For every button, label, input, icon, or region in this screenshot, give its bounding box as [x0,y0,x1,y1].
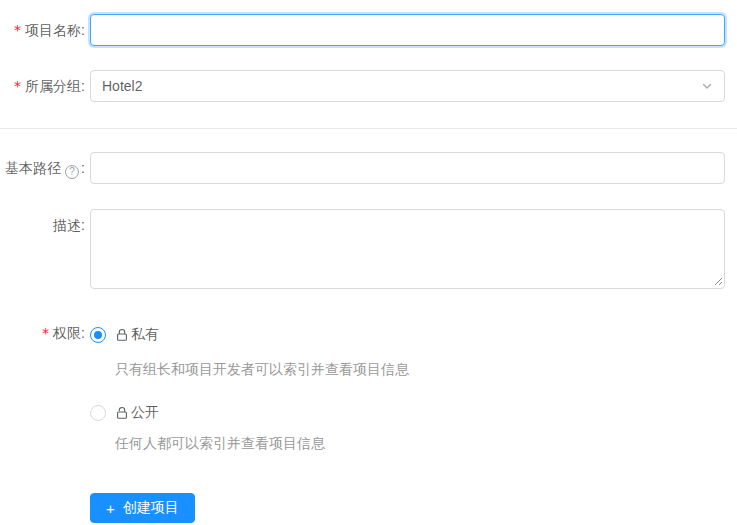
description-label: 描述: [0,209,85,235]
radio-private-text: 私有 [131,326,159,344]
required-marker: * [14,22,21,38]
create-project-button[interactable]: + 创建项目 [90,493,195,523]
required-marker: * [42,325,49,341]
radio-private-description: 只有组长和项目开发者可以索引并查看项目信息 [115,359,725,379]
group-label: *所属分组: [0,70,85,102]
description-label-text: 描述: [53,217,85,233]
project-name-label-text: 项目名称: [25,22,85,38]
form-item-group: *所属分组: Hotel2 [0,70,737,102]
form-item-project-name: *项目名称: [0,14,737,46]
base-path-input[interactable] [90,152,725,184]
radio-option-public[interactable]: 公开 [90,403,725,423]
create-project-button-label: 创建项目 [123,499,179,517]
permission-label-text: 权限: [53,325,85,341]
base-path-colon: : [81,160,85,176]
radio-private[interactable] [90,327,106,343]
base-path-label: 基本路径?: [0,152,85,184]
radio-public-description: 任何人都可以索引并查看项目信息 [115,433,725,453]
plus-icon: + [106,501,115,516]
form-item-base-path: 基本路径?: [0,152,737,184]
unlock-icon [115,406,129,420]
question-circle-icon[interactable]: ? [65,165,79,179]
group-select[interactable]: Hotel2 [90,70,725,102]
radio-private-label: 私有 [115,326,159,344]
form-item-description: 描述: [0,209,737,289]
required-marker: * [14,78,21,94]
section-divider [0,128,737,129]
radio-public-label: 公开 [115,404,159,422]
submit-row: + 创建项目 [90,493,725,523]
chevron-down-icon [701,80,713,92]
permission-label: *权限: [0,323,85,343]
base-path-label-text: 基本路径 [5,160,61,176]
create-project-form: *项目名称: *所属分组: Hotel2 基本路径?: 描述: [0,0,737,523]
description-textarea[interactable] [90,209,725,289]
permission-radio-group: 私有 只有组长和项目开发者可以索引并查看项目信息 公开 任何人都可以索引并查看项… [90,323,725,523]
radio-public[interactable] [90,405,106,421]
group-select-value: Hotel2 [102,78,142,94]
group-label-text: 所属分组: [25,78,85,94]
form-item-permission: *权限: 私有 只有组长和项目开发者可以索引并查看项目信息 [0,323,737,523]
resize-grip-icon[interactable] [712,275,723,286]
project-name-input[interactable] [90,14,725,46]
project-name-label: *项目名称: [0,14,85,46]
lock-icon [115,328,129,342]
radio-public-text: 公开 [131,404,159,422]
radio-option-private[interactable]: 私有 [90,325,725,345]
